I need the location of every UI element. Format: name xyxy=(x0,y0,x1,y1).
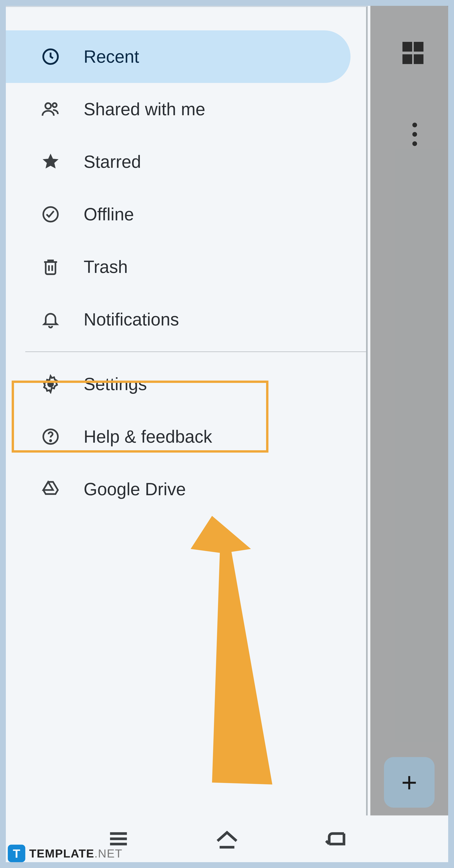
sidebar-item-label: Offline xyxy=(84,205,134,224)
drive-icon xyxy=(41,479,60,499)
plus-icon: + xyxy=(401,767,417,798)
sidebar-item-help[interactable]: Help & feedback xyxy=(6,410,366,463)
svg-point-1 xyxy=(45,103,51,109)
fab-new-button[interactable]: + xyxy=(384,757,434,808)
nav-back-icon[interactable] xyxy=(323,826,348,851)
sidebar-item-offline[interactable]: Offline xyxy=(6,188,366,241)
more-options-icon[interactable] xyxy=(412,123,417,146)
sidebar-item-label: Starred xyxy=(84,152,141,172)
sidebar-item-notifications[interactable]: Notifications xyxy=(6,293,366,346)
sidebar-item-drive[interactable]: Google Drive xyxy=(6,463,366,516)
nav-home-icon[interactable] xyxy=(214,826,240,851)
svg-point-4 xyxy=(48,382,53,386)
watermark: T TEMPLATE.NET xyxy=(8,845,123,862)
svg-point-2 xyxy=(53,103,57,107)
sidebar-item-trash[interactable]: Trash xyxy=(6,241,366,293)
navigation-drawer: Recent Shared with me xyxy=(6,6,368,816)
sidebar-item-recent[interactable]: Recent xyxy=(6,30,351,83)
gear-icon xyxy=(41,374,60,394)
offline-check-icon xyxy=(41,205,60,224)
sidebar-item-starred[interactable]: Starred xyxy=(6,135,366,188)
sidebar-item-label: Recent xyxy=(84,47,139,67)
sidebar-item-label: Google Drive xyxy=(84,479,186,499)
sidebar-item-shared[interactable]: Shared with me xyxy=(6,83,366,135)
sidebar-item-label: Trash xyxy=(84,257,128,277)
sidebar-item-label: Settings xyxy=(84,374,147,394)
trash-icon xyxy=(41,257,60,277)
watermark-text: TEMPLATE.NET xyxy=(29,847,123,860)
obscured-main-content xyxy=(370,6,448,816)
app-frame: + Recent xyxy=(6,6,448,862)
grid-view-icon[interactable] xyxy=(402,42,426,65)
star-icon xyxy=(41,152,60,172)
watermark-badge: T xyxy=(8,845,25,862)
svg-point-6 xyxy=(50,440,51,441)
sidebar-item-label: Shared with me xyxy=(84,99,205,119)
people-icon xyxy=(41,99,60,119)
help-icon xyxy=(41,427,60,446)
bell-icon xyxy=(41,310,60,329)
sidebar-item-label: Help & feedback xyxy=(84,427,212,447)
sidebar-item-settings[interactable]: Settings xyxy=(6,358,366,410)
clock-icon xyxy=(41,47,60,66)
sidebar-item-label: Notifications xyxy=(84,310,179,330)
divider xyxy=(25,351,366,352)
